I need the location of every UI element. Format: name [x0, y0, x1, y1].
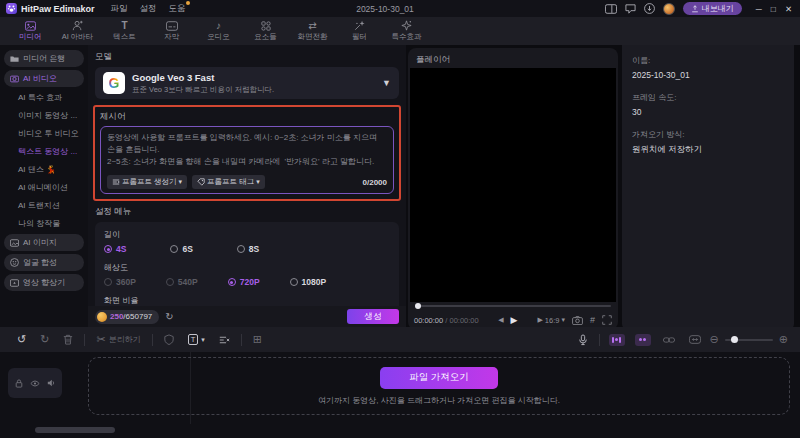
- zoom-handle[interactable]: [731, 336, 738, 343]
- sidebar-item-face-swap[interactable]: 얼굴 합성: [4, 254, 84, 271]
- time-current: 00:00:00: [414, 316, 443, 325]
- menu-help[interactable]: 도움: [169, 3, 186, 15]
- sidebar-item-image-to-video[interactable]: 이미지 동영상 ...: [4, 108, 84, 123]
- add-to-timeline-icon[interactable]: ⊞: [253, 333, 262, 346]
- player-progress-bar[interactable]: [415, 303, 611, 309]
- sidebar-item-ai-dance[interactable]: AI 댄스 💃: [4, 162, 84, 177]
- ratio-dropdown[interactable]: ▶16:9▾: [537, 316, 565, 325]
- fit-timeline-icon[interactable]: [689, 335, 701, 344]
- image-icon: [10, 239, 19, 247]
- progress-track[interactable]: [419, 305, 611, 307]
- player-panel: 플레이어 00:00:00 / 00:00:00 ◀ ▶ ▶16:9▾ #: [408, 48, 618, 330]
- progress-handle[interactable]: [415, 303, 421, 309]
- lock-track-icon[interactable]: [15, 379, 23, 388]
- player-viewport[interactable]: [410, 68, 616, 302]
- resolution-label: 해상도: [104, 262, 390, 273]
- sidebar-item-ai-animation[interactable]: AI 애니메이션: [4, 180, 84, 195]
- text-icon: T: [121, 20, 127, 31]
- filter-icon: [354, 20, 365, 31]
- media-drop-zone[interactable]: 파일 가져오기 여기까지 동영상, 사진을 드래그하거나 가져오면 편집을 시작…: [88, 357, 790, 415]
- redo-button[interactable]: ↻: [40, 333, 49, 346]
- prompt-generator-icon: [112, 178, 120, 186]
- zoom-in-button[interactable]: ⊕: [779, 333, 788, 346]
- model-selector[interactable]: G Google Veo 3 Fast 표준 Veo 3보다 빠르고 비용이 저…: [95, 67, 399, 99]
- import-method-value: 원위치에 저장하기: [632, 144, 784, 156]
- tab-media[interactable]: 미디어: [8, 20, 53, 42]
- prev-frame-button[interactable]: ◀: [498, 316, 503, 324]
- tab-elements[interactable]: 요소들: [243, 20, 288, 42]
- tab-audio[interactable]: ♪ 오디오: [196, 20, 241, 42]
- refresh-icon[interactable]: ↻: [165, 311, 173, 322]
- maximize-button[interactable]: □: [771, 4, 776, 14]
- hide-track-icon[interactable]: [30, 380, 40, 387]
- sidebar: 미디어 은행 AI 비디오 AI 특수 효과 이미지 동영상 ... 비디오 투…: [0, 45, 88, 327]
- tab-text[interactable]: T 텍스트: [102, 20, 147, 42]
- sidebar-item-media-bank[interactable]: 미디어 은행: [4, 50, 84, 67]
- import-file-button[interactable]: 파일 가져오기: [380, 367, 498, 389]
- layout-panels-icon[interactable]: [605, 4, 617, 14]
- tab-ai-avatar[interactable]: AI 아바타: [55, 20, 100, 42]
- radio-8s[interactable]: 8S: [237, 244, 259, 254]
- menu-file[interactable]: 파일: [111, 3, 128, 15]
- radio-540p[interactable]: 540P: [166, 277, 198, 287]
- shield-icon[interactable]: [164, 334, 174, 345]
- export-button[interactable]: 내보내기: [683, 2, 742, 15]
- sidebar-item-text-to-video[interactable]: 텍스트 동영상 ...: [4, 144, 84, 159]
- keyframe-button[interactable]: [609, 334, 625, 346]
- minimize-button[interactable]: ─: [756, 4, 762, 14]
- timeline-zoom-slider[interactable]: [725, 335, 773, 345]
- radio-1080p[interactable]: 1080P: [290, 277, 327, 287]
- chevron-down-icon[interactable]: ▼: [382, 78, 391, 88]
- close-button[interactable]: ✕: [785, 4, 792, 14]
- text-tool-button[interactable]: T▾: [188, 334, 205, 345]
- sidebar-item-ai-video[interactable]: AI 비디오: [4, 70, 84, 87]
- link-clips-icon[interactable]: [663, 336, 675, 344]
- title-bar: HitPaw Edimakor 파일 설정 도움 2025-10-30_01 내…: [0, 0, 800, 17]
- effects-icon: [401, 20, 412, 31]
- credits-used: 250: [110, 312, 123, 321]
- sidebar-item-ai-fx[interactable]: AI 특수 효과: [4, 90, 84, 105]
- play-button[interactable]: ▶: [511, 315, 518, 325]
- clear-tracks-button[interactable]: [219, 335, 230, 345]
- mute-track-icon[interactable]: [47, 379, 55, 387]
- tab-effects[interactable]: 특수효과: [384, 20, 429, 42]
- feedback-icon[interactable]: [625, 4, 636, 14]
- record-voiceover-button[interactable]: [578, 334, 588, 346]
- tab-subtitle[interactable]: 자막: [149, 20, 194, 42]
- sidebar-item-video-enhancer[interactable]: 영상 향상기: [4, 274, 84, 291]
- radio-6s[interactable]: 6S: [170, 244, 192, 254]
- radio-720p[interactable]: 720P: [228, 277, 260, 287]
- tab-filter[interactable]: 필터: [337, 20, 382, 42]
- prompt-generator-button[interactable]: 프롬프트 생성기▾: [107, 175, 187, 189]
- snapshot-icon[interactable]: [572, 316, 583, 325]
- auto-ripple-button[interactable]: [635, 334, 651, 346]
- credits-pill[interactable]: 250/650797: [95, 310, 159, 324]
- menu-settings[interactable]: 설정: [140, 3, 157, 15]
- credits-total: /650797: [123, 312, 152, 321]
- sidebar-item-video-to-video[interactable]: 비디오 투 비디오: [4, 126, 84, 141]
- undo-button[interactable]: ↺: [17, 333, 26, 346]
- sidebar-item-ai-transition[interactable]: AI 트랜지션: [4, 198, 84, 213]
- radio-360p[interactable]: 360P: [104, 277, 136, 287]
- play-small-icon: ▶: [537, 316, 542, 324]
- generate-button[interactable]: 생성: [347, 309, 399, 324]
- notification-dot: [186, 1, 190, 5]
- zoom-track[interactable]: [725, 339, 773, 341]
- sidebar-item-ai-image[interactable]: AI 이미지: [4, 234, 84, 251]
- split-button[interactable]: ✂분리하기: [96, 333, 140, 346]
- timeline-horizontal-scrollbar[interactable]: [35, 427, 115, 433]
- radio-circle: [228, 278, 236, 286]
- user-avatar[interactable]: [663, 3, 675, 15]
- delete-button[interactable]: [63, 334, 73, 345]
- radio-4s[interactable]: 4S: [104, 244, 126, 254]
- upload-icon: [691, 5, 699, 13]
- grid-icon[interactable]: #: [590, 315, 595, 325]
- tab-transition[interactable]: ⇄ 화면전환: [290, 20, 335, 42]
- radio-circle: [237, 245, 245, 253]
- prompt-textarea[interactable]: [107, 132, 387, 173]
- sidebar-item-my-creations[interactable]: 나의 창작물: [4, 216, 84, 231]
- zoom-out-button[interactable]: ⊖: [710, 333, 719, 346]
- fullscreen-icon[interactable]: [602, 315, 612, 325]
- prompt-tag-button[interactable]: 프롬프트 태그▾: [192, 175, 265, 189]
- download-icon[interactable]: [644, 3, 655, 14]
